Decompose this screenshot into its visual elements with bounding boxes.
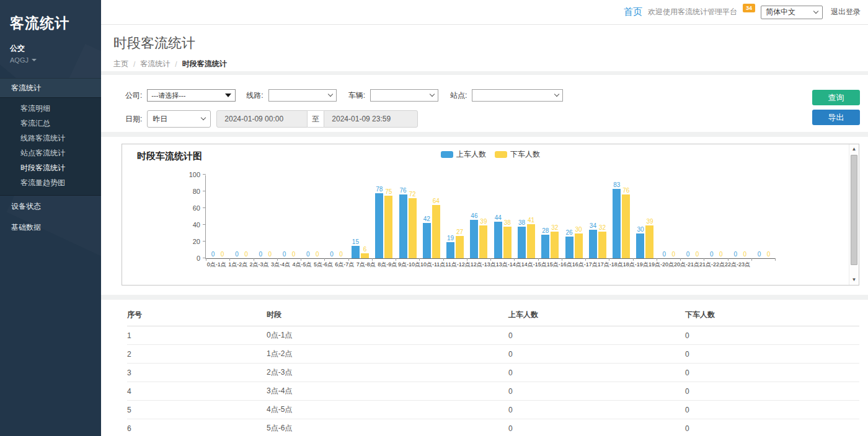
line-select[interactable] xyxy=(268,89,337,102)
x-axis-label: 3点-4点 xyxy=(270,261,291,269)
table-row: 54点-5点00 xyxy=(127,401,859,419)
x-axis-label: 18点-19点 xyxy=(623,261,649,269)
welcome-text: 欢迎使用客流统计管理平台 xyxy=(648,7,737,17)
x-axis-label: 9点-10点 xyxy=(398,261,420,269)
legend-item[interactable]: 上车人数 xyxy=(441,149,486,160)
chevron-down-icon xyxy=(430,92,435,97)
language-select[interactable]: 简体中文 xyxy=(761,6,823,19)
bar-value-label: 0 xyxy=(283,251,286,258)
sidebar-group-device-status[interactable]: 设备状态 xyxy=(0,196,101,217)
bar-alighting: 72 xyxy=(409,175,417,258)
y-axis-tick-mark xyxy=(203,174,206,175)
bar-value-label: 0 xyxy=(719,251,723,258)
chevron-down-icon xyxy=(554,92,559,97)
sidebar-item-passenger-detail[interactable]: 客流明细 xyxy=(0,101,101,116)
logout-link[interactable]: 退出登录 xyxy=(831,7,861,17)
x-axis-label: 21点-22点 xyxy=(699,261,725,269)
sidebar-item-passenger-summary[interactable]: 客流汇总 xyxy=(0,116,101,131)
export-button[interactable]: 导出 xyxy=(812,110,860,125)
bar-rect xyxy=(446,242,454,258)
breadcrumb: 主页 / 客流统计 / 时段客流统计 xyxy=(113,59,868,69)
line-label: 线路: xyxy=(246,90,263,101)
bar-boarding: 76 xyxy=(399,175,407,258)
bar-boarding: 83 xyxy=(613,175,621,258)
bar-group: 00 xyxy=(229,175,253,258)
bar-value-label: 0 xyxy=(330,251,334,258)
legend-item[interactable]: 下车人数 xyxy=(495,149,540,160)
bar-group: 00 xyxy=(324,175,348,258)
bar-value-label: 0 xyxy=(663,251,666,258)
x-axis-label: 6点-7点 xyxy=(334,261,355,269)
bar-alighting: 0 xyxy=(266,175,274,258)
company-select[interactable]: ---请选择--- xyxy=(147,89,236,102)
cell-index: 1 xyxy=(127,326,267,345)
sidebar-item-trend-chart[interactable]: 客流量趋势图 xyxy=(0,175,101,190)
bar-rect xyxy=(589,230,597,258)
bar-rect xyxy=(551,232,559,258)
bar-value-label: 32 xyxy=(551,224,558,231)
col-header-boarding: 上车人数 xyxy=(508,306,685,326)
scrollbar-down-arrow[interactable]: ▼ xyxy=(849,276,859,284)
cell-alighting: 0 xyxy=(685,382,859,401)
bar-boarding: 78 xyxy=(375,175,383,258)
y-axis-tick-label: 60 xyxy=(193,204,200,212)
date-preset-select[interactable]: 昨日 xyxy=(147,110,211,128)
cell-boarding: 0 xyxy=(508,419,685,436)
legend-swatch-icon xyxy=(495,151,507,158)
breadcrumb-passenger-stats[interactable]: 客流统计 xyxy=(140,59,170,69)
bar-value-label: 42 xyxy=(423,216,430,222)
sidebar-group-passenger-stats[interactable]: 客流统计 xyxy=(0,78,101,97)
bar-value-label: 46 xyxy=(471,212,477,219)
bar-boarding: 0 xyxy=(209,175,217,258)
cell-period: 4点-5点 xyxy=(267,401,508,419)
bar-boarding: 0 xyxy=(328,175,336,258)
date-range-group: 2024-01-09 00:00 至 2024-01-09 23:59 xyxy=(216,110,418,128)
bar-value-label: 0 xyxy=(268,251,272,258)
bar-alighting: 27 xyxy=(456,175,464,258)
legend-label: 下车人数 xyxy=(510,149,540,160)
x-axis-label: 8点-9点 xyxy=(377,261,398,269)
breadcrumb-current: 时段客流统计 xyxy=(182,59,227,69)
col-header-period: 时段 xyxy=(267,306,508,326)
date-to-input[interactable]: 2024-01-09 23:59 xyxy=(324,110,418,128)
x-axis-label: 4点-5点 xyxy=(291,261,312,269)
bar-rect xyxy=(518,227,526,258)
caret-down-icon xyxy=(32,59,37,61)
bar-rect xyxy=(456,236,464,258)
chart-title: 时段车流统计图 xyxy=(137,150,202,162)
bar-group: 4438 xyxy=(491,175,515,258)
bar-boarding: 0 xyxy=(280,175,288,258)
scrollbar-thumb[interactable] xyxy=(851,155,857,265)
chart-vertical-scrollbar[interactable]: ▲ ▼ xyxy=(849,144,859,285)
breadcrumb-separator: / xyxy=(133,60,135,69)
bar-boarding: 46 xyxy=(470,175,478,258)
cell-boarding: 0 xyxy=(508,364,685,382)
scrollbar-up-arrow[interactable]: ▲ xyxy=(849,145,859,154)
station-select[interactable] xyxy=(472,89,563,102)
cell-index: 5 xyxy=(127,401,267,419)
sidebar-item-station-stats[interactable]: 站点客流统计 xyxy=(0,146,101,160)
vehicle-select[interactable] xyxy=(370,89,438,102)
notification-badge: 34 xyxy=(743,4,755,12)
station-label: 站点: xyxy=(450,90,467,101)
home-link[interactable]: 首页 xyxy=(624,6,642,18)
cell-period: 2点-3点 xyxy=(267,364,508,382)
company-label: 公司: xyxy=(125,90,142,101)
sidebar-item-period-stats[interactable]: 时段客流统计 xyxy=(0,160,101,175)
bar-rect xyxy=(494,222,502,258)
bar-value-label: 39 xyxy=(646,218,653,225)
vehicle-label: 车辆: xyxy=(348,90,365,101)
cell-alighting: 0 xyxy=(685,419,859,436)
bar-value-label: 0 xyxy=(743,251,746,258)
legend-label: 上车人数 xyxy=(456,149,486,160)
query-button[interactable]: 查询 xyxy=(812,90,860,105)
sidebar-group-base-data[interactable]: 基础数据 xyxy=(0,217,101,238)
bar-boarding: 0 xyxy=(304,175,312,258)
bar-value-label: 0 xyxy=(710,251,714,258)
date-from-input[interactable]: 2024-01-09 00:00 xyxy=(216,110,308,128)
bar-value-label: 0 xyxy=(221,251,224,258)
main-area: 首页 欢迎使用客流统计管理平台 34 简体中文 退出登录 时段客流统计 主页 /… xyxy=(101,0,868,436)
org-selector[interactable]: AQGJ xyxy=(10,56,91,64)
sidebar-item-line-stats[interactable]: 线路客流统计 xyxy=(0,131,101,146)
breadcrumb-home[interactable]: 主页 xyxy=(113,59,128,69)
